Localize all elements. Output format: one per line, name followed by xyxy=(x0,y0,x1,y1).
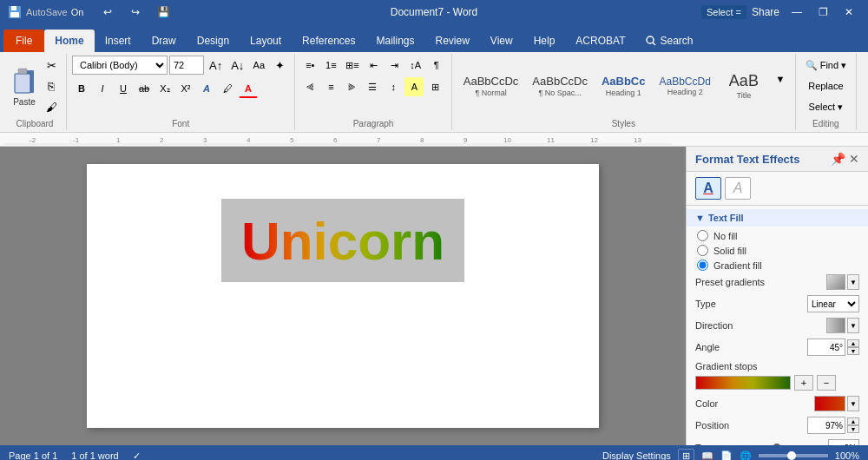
text-fill-section-header[interactable]: ▼ Text Fill xyxy=(687,209,868,227)
style-heading1[interactable]: AaBbCc Heading 1 xyxy=(595,72,652,100)
increase-font-button[interactable]: A↑ xyxy=(206,56,226,75)
position-input[interactable] xyxy=(807,417,845,434)
superscript-button[interactable]: X² xyxy=(176,79,195,98)
undo-button[interactable]: ↩ xyxy=(95,3,120,22)
panel-pin-button[interactable]: 📌 xyxy=(831,152,845,166)
tab-references[interactable]: References xyxy=(292,30,365,52)
close-button[interactable]: ✕ xyxy=(837,3,861,22)
text-highlight-button[interactable]: 🖊 xyxy=(218,79,237,98)
align-center-button[interactable]: ≡ xyxy=(321,77,340,96)
redo-button[interactable]: ↪ xyxy=(123,3,148,22)
position-up[interactable]: ▲ xyxy=(847,417,859,425)
tab-insert[interactable]: Insert xyxy=(95,30,141,52)
text-effects-icon-button[interactable]: A xyxy=(725,177,751,200)
share-button[interactable]: Share xyxy=(753,3,778,22)
style-title[interactable]: AaB Title xyxy=(719,69,769,102)
angle-input[interactable] xyxy=(807,338,845,356)
italic-button[interactable]: I xyxy=(93,79,112,98)
bold-button[interactable]: B xyxy=(72,79,91,98)
color-dropdown[interactable]: ▼ xyxy=(847,396,859,411)
cut-button[interactable]: ✂ xyxy=(42,56,61,75)
replace-button[interactable]: Replace xyxy=(802,76,851,95)
line-spacing-button[interactable]: ↕ xyxy=(384,77,403,96)
gradient-stops-label: Gradient stops xyxy=(695,361,758,371)
quick-save-button[interactable]: 💾 xyxy=(151,3,175,22)
direction-dropdown[interactable]: ▼ xyxy=(847,318,859,333)
tab-review[interactable]: Review xyxy=(425,30,480,52)
clipboard-label: Clipboard xyxy=(16,119,54,128)
clear-format-button[interactable]: ✦ xyxy=(270,56,289,75)
style-normal[interactable]: AaBbCcDc ¶ Normal xyxy=(457,72,525,100)
preset-gradient-dropdown[interactable]: ▼ xyxy=(847,274,859,290)
direction-swatch xyxy=(826,318,845,333)
change-case-button[interactable]: Aa xyxy=(249,56,268,75)
tab-home[interactable]: Home xyxy=(44,30,94,52)
add-stop-button[interactable]: + xyxy=(794,375,813,391)
ribbon-group-font: Calibri (Body) A↑ A↓ Aa ✦ B I U ab X₂ X²… xyxy=(67,54,295,130)
align-left-button[interactable]: ⫷ xyxy=(300,77,319,96)
ribbon-group-paragraph: ≡• 1≡ ⊞≡ ⇤ ⇥ ↕A ¶ ⫷ ≡ ⫸ ☰ ↕ A ⊞ Paragrap… xyxy=(295,54,451,130)
tab-acrobat[interactable]: ACROBAT xyxy=(565,30,635,52)
numbering-button[interactable]: 1≡ xyxy=(321,56,340,75)
tab-view[interactable]: View xyxy=(480,30,523,52)
multilevel-button[interactable]: ⊞≡ xyxy=(342,56,362,75)
zoom-slider[interactable] xyxy=(759,454,828,457)
tab-layout[interactable]: Layout xyxy=(240,30,292,52)
read-mode-button[interactable]: 📖 xyxy=(701,450,713,461)
display-settings-button[interactable]: Display Settings xyxy=(602,450,671,460)
format-painter-button[interactable]: 🖌 xyxy=(42,97,61,116)
shading-button[interactable]: A xyxy=(404,77,424,96)
gradient-bar[interactable] xyxy=(695,376,791,390)
tab-mailings[interactable]: Mailings xyxy=(365,30,424,52)
align-right-button[interactable]: ⫸ xyxy=(342,77,361,96)
type-select[interactable]: Linear Radial xyxy=(807,295,859,312)
tab-help[interactable]: Help xyxy=(523,30,566,52)
borders-button[interactable]: ⊞ xyxy=(425,77,444,96)
font-color-button[interactable]: A xyxy=(239,79,258,98)
text-effects-button[interactable]: A xyxy=(197,79,216,98)
select-button[interactable]: Select ▾ xyxy=(802,97,851,116)
style-no-spacing[interactable]: AaBbCcDc ¶ No Spac... xyxy=(526,72,594,100)
panel-content: ▼ Text Fill No fill Solid fill Gradient … xyxy=(687,206,868,445)
increase-indent-button[interactable]: ⇥ xyxy=(385,56,404,75)
strikethrough-button[interactable]: ab xyxy=(135,79,154,98)
gradient-fill-radio[interactable] xyxy=(697,260,708,271)
angle-down[interactable]: ▼ xyxy=(847,347,859,355)
no-fill-radio[interactable] xyxy=(697,230,708,241)
autosave-toggle[interactable]: On xyxy=(71,7,84,17)
panel-close-button[interactable]: ✕ xyxy=(849,152,859,166)
decrease-font-button[interactable]: A↓ xyxy=(227,56,247,75)
underline-button[interactable]: U xyxy=(114,79,133,98)
sort-button[interactable]: ↕A xyxy=(406,56,425,75)
subscript-button[interactable]: X₂ xyxy=(155,79,174,98)
tab-draw[interactable]: Draw xyxy=(141,30,187,52)
remove-stop-button[interactable]: − xyxy=(817,375,836,391)
restore-button[interactable]: ❐ xyxy=(811,3,835,22)
transparency-input[interactable] xyxy=(828,439,859,445)
angle-up[interactable]: ▲ xyxy=(847,339,859,347)
tab-search[interactable]: Search xyxy=(635,30,703,52)
tab-file[interactable]: File xyxy=(3,30,44,52)
print-layout-button[interactable]: 📄 xyxy=(720,450,733,461)
tab-design[interactable]: Design xyxy=(187,30,240,52)
styles-more-button[interactable]: ▼ xyxy=(771,69,790,89)
font-name-select[interactable]: Calibri (Body) xyxy=(72,56,168,75)
text-fill-body: No fill Solid fill Gradient fill Preset … xyxy=(687,227,868,445)
view-grid-button[interactable]: ⊞ xyxy=(678,449,694,461)
position-down[interactable]: ▼ xyxy=(847,425,859,433)
find-button[interactable]: 🔍 Find ▾ xyxy=(802,56,851,75)
document-area[interactable]: Unicorn xyxy=(0,147,686,445)
decrease-indent-button[interactable]: ⇤ xyxy=(365,56,384,75)
copy-button[interactable]: ⎘ xyxy=(42,76,61,95)
minimize-button[interactable]: — xyxy=(785,3,809,22)
justify-button[interactable]: ☰ xyxy=(363,77,382,96)
solid-fill-radio[interactable] xyxy=(697,245,708,256)
text-fill-outline-icon-button[interactable]: A xyxy=(695,177,721,200)
font-size-input[interactable] xyxy=(169,56,204,75)
svg-text:7: 7 xyxy=(377,136,381,144)
bullets-button[interactable]: ≡• xyxy=(300,56,319,75)
style-heading2[interactable]: AaBbCcDd Heading 2 xyxy=(654,73,717,99)
paste-button[interactable]: Paste xyxy=(9,66,40,107)
web-layout-button[interactable]: 🌐 xyxy=(740,450,752,461)
show-marks-button[interactable]: ¶ xyxy=(427,56,446,75)
